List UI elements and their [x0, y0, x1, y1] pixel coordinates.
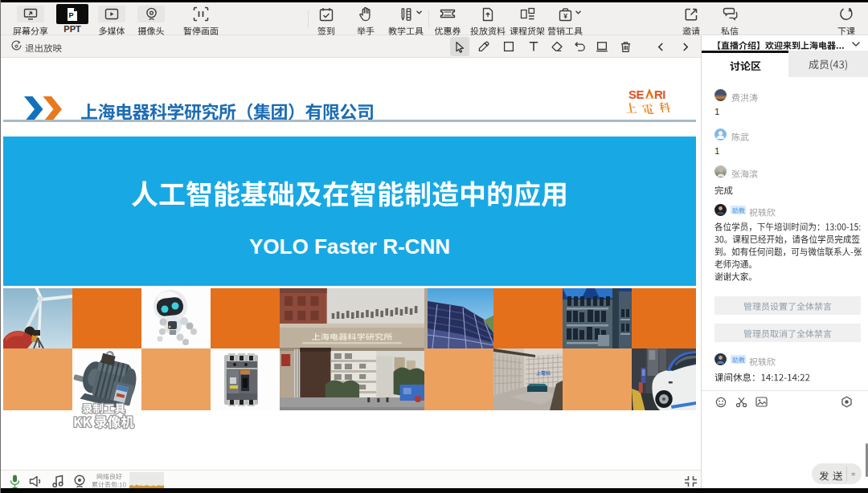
svg-text:RI: RI [654, 88, 665, 101]
svg-text:P: P [69, 11, 74, 19]
svg-text:SE: SE [628, 88, 645, 101]
svg-text:¥: ¥ [563, 11, 567, 19]
